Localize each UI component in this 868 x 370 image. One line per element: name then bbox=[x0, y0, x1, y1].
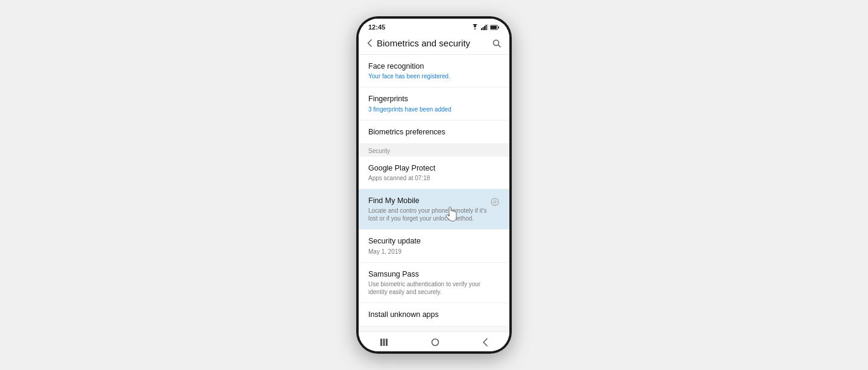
svg-rect-17 bbox=[383, 339, 385, 346]
find-my-mobile-subtitle: Locate and contro your phone remotely if… bbox=[368, 207, 490, 222]
fingerprints-title: Fingerprints bbox=[368, 94, 500, 104]
svg-rect-3 bbox=[484, 26, 485, 30]
home-button[interactable] bbox=[431, 338, 439, 346]
svg-point-0 bbox=[474, 29, 475, 30]
fingerprints-item[interactable]: Fingerprints 3 fingerprints have been ad… bbox=[359, 87, 509, 120]
samsung-pass-title: Samsung Pass bbox=[368, 269, 500, 279]
face-recognition-item[interactable]: Face recognition Your face has been regi… bbox=[359, 55, 509, 87]
status-time: 12:45 bbox=[368, 24, 385, 31]
phone-frame: 12:45 bbox=[356, 16, 512, 354]
security-update-subtitle: May 1, 2019 bbox=[368, 248, 500, 256]
svg-point-19 bbox=[432, 339, 438, 346]
svg-rect-1 bbox=[481, 28, 482, 30]
svg-rect-18 bbox=[386, 339, 388, 346]
install-unknown-apps-title: Install unknown apps bbox=[368, 310, 500, 319]
google-play-protect-title: Google Play Protect bbox=[368, 163, 500, 173]
find-my-mobile-text: Find My Mobile Locate and contro your ph… bbox=[368, 196, 490, 222]
svg-rect-7 bbox=[491, 26, 497, 29]
svg-rect-2 bbox=[483, 27, 484, 30]
svg-rect-4 bbox=[486, 25, 487, 30]
signal-icon bbox=[481, 24, 488, 30]
face-recognition-title: Face recognition bbox=[368, 61, 500, 71]
find-my-mobile-icon bbox=[490, 197, 500, 209]
back-button[interactable] bbox=[367, 39, 372, 47]
install-unknown-apps-item[interactable]: Install unknown apps bbox=[359, 303, 509, 327]
security-section-header: Security bbox=[359, 144, 509, 157]
samsung-pass-subtitle: Use biometric authentication to verify y… bbox=[368, 280, 500, 296]
battery-icon bbox=[490, 25, 500, 30]
biometrics-preferences-item[interactable]: Biometrics preferences bbox=[359, 121, 509, 144]
svg-point-11 bbox=[494, 201, 496, 203]
fingerprints-subtitle: 3 fingerprints have been added bbox=[368, 105, 500, 113]
security-update-item[interactable]: Security update May 1, 2019 bbox=[359, 230, 509, 262]
biometrics-preferences-title: Biometrics preferences bbox=[368, 127, 500, 137]
status-icons bbox=[471, 24, 500, 30]
svg-rect-16 bbox=[380, 339, 382, 346]
google-play-protect-item[interactable]: Google Play Protect Apps scanned at 07:1… bbox=[359, 157, 509, 189]
svg-rect-8 bbox=[498, 27, 500, 28]
find-my-mobile-row: Find My Mobile Locate and contro your ph… bbox=[368, 196, 500, 222]
phone-screen: 12:45 bbox=[359, 19, 509, 351]
app-header: Biometrics and security bbox=[359, 33, 509, 55]
svg-rect-5 bbox=[487, 24, 488, 30]
google-play-protect-subtitle: Apps scanned at 07:18 bbox=[368, 174, 500, 182]
search-button[interactable] bbox=[492, 39, 501, 48]
recent-apps-button[interactable] bbox=[380, 339, 388, 346]
find-my-mobile-title: Find My Mobile bbox=[368, 196, 490, 205]
settings-content: Face recognition Your face has been regi… bbox=[359, 55, 509, 331]
header-left: Biometrics and security bbox=[367, 38, 470, 48]
find-my-mobile-item[interactable]: Find My Mobile Locate and contro your ph… bbox=[359, 189, 509, 230]
wifi-icon bbox=[471, 24, 479, 30]
security-update-title: Security update bbox=[368, 236, 500, 246]
system-back-button[interactable] bbox=[482, 338, 488, 346]
status-bar: 12:45 bbox=[359, 19, 509, 33]
page-title: Biometrics and security bbox=[377, 38, 470, 48]
navigation-bar bbox=[359, 331, 509, 351]
samsung-pass-item[interactable]: Samsung Pass Use biometric authenticatio… bbox=[359, 263, 509, 303]
face-recognition-subtitle: Your face has been registered. bbox=[368, 72, 500, 80]
